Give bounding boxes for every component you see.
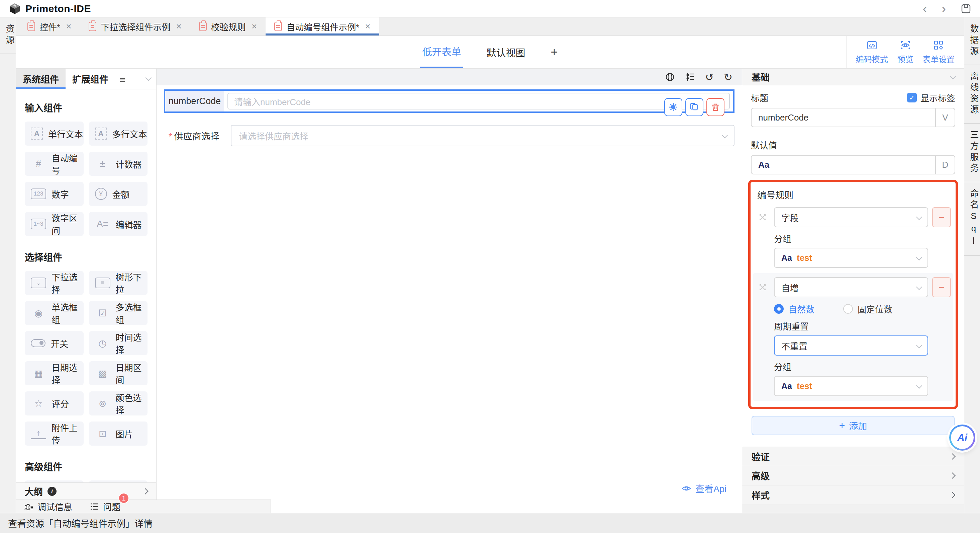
select-value: 不重置 <box>781 340 807 352</box>
rating-icon: ☆ <box>31 398 46 409</box>
tab-extended-components[interactable]: 扩展组件 <box>65 69 115 89</box>
default-suffix-button[interactable]: D <box>935 156 955 174</box>
issues-button[interactable]: 问题 1 <box>90 500 121 512</box>
component-label: 日期选择 <box>51 361 84 386</box>
section-advanced[interactable]: 高级 <box>742 466 964 485</box>
add-view-button[interactable]: + <box>549 36 560 68</box>
file-tab-controls[interactable]: 控件* × <box>19 18 80 35</box>
outline-list-icon[interactable] <box>685 72 695 82</box>
preview-button[interactable]: 预览 <box>897 40 913 65</box>
add-rule-button[interactable]: + 添加 <box>752 416 955 435</box>
drag-handle-icon[interactable] <box>755 213 770 222</box>
rule-type-select-increment[interactable]: 自增 <box>774 277 928 297</box>
view-api-link[interactable]: 查看Api <box>681 482 727 495</box>
component-item-image[interactable]: ⊡ 图片 <box>89 421 148 445</box>
nav-back-icon[interactable]: ‹ <box>923 2 927 15</box>
file-tab-autonumber-example[interactable]: 自动编号组件示例* × <box>266 18 379 35</box>
outline-label: 大纲 <box>25 485 43 498</box>
ai-assistant-button[interactable]: Ai <box>949 424 975 451</box>
file-tab-dropdown-example[interactable]: 下拉选择组件示例 × <box>80 18 190 35</box>
title-suffix-button[interactable]: V <box>935 109 955 126</box>
show-label-toggle[interactable]: ✓ 显示标签 <box>907 91 955 104</box>
bug-icon <box>24 502 33 511</box>
group-select[interactable]: Aa test <box>774 248 928 268</box>
panel-list-icon[interactable]: ≣ <box>119 74 126 84</box>
field-supplier-select[interactable]: *供应商选择 请选择供应商选择 <box>164 125 735 146</box>
rule-type-select-field[interactable]: 字段 <box>774 207 928 227</box>
save-icon[interactable] <box>961 3 971 14</box>
debug-info-button[interactable]: 调试信息 <box>24 500 72 512</box>
field-delete-button[interactable] <box>706 98 724 116</box>
selected-field-numbercode[interactable]: numberCode 请输入numberCode <box>164 89 735 113</box>
field-copy-button[interactable] <box>685 98 703 116</box>
view-tabs: 低开表单 默认视图 + <box>420 36 560 68</box>
supplier-select[interactable]: 请选择供应商选择 <box>231 125 735 146</box>
section-style[interactable]: 样式 <box>742 485 964 505</box>
file-tab-label: 控件* <box>40 21 60 33</box>
close-icon[interactable]: × <box>176 21 181 32</box>
checkbox-checked-icon[interactable]: ✓ <box>907 93 917 102</box>
remove-rule-button[interactable]: − <box>932 277 951 297</box>
globe-icon[interactable] <box>665 72 675 82</box>
component-item-radio-group[interactable]: ◉ 单选框组 <box>25 301 84 325</box>
component-item-editor[interactable]: A≡ 编辑器 <box>89 212 148 236</box>
component-item-auto-number[interactable]: # 自动编号 <box>25 152 84 176</box>
component-item-single-text[interactable]: A 单行文本 <box>25 121 84 146</box>
component-item-number[interactable]: 123 数字 <box>25 182 84 206</box>
rail-item-datasource[interactable]: 数据源 <box>964 18 980 65</box>
chevron-right-icon[interactable] <box>142 488 148 494</box>
rail-item-named-sql[interactable]: 命名Sql <box>964 182 980 256</box>
cycle-reset-select[interactable]: 不重置 <box>774 335 928 356</box>
rail-item-third-party-services[interactable]: 三方服务 <box>964 123 980 182</box>
redo-icon[interactable]: ↻ <box>724 72 732 82</box>
close-icon[interactable]: × <box>66 21 71 32</box>
code-icon <box>867 40 877 51</box>
section-validation[interactable]: 验证 <box>742 447 964 466</box>
component-item-dropdown[interactable]: ⌄ 下拉选择 <box>25 271 84 295</box>
component-item-date-picker[interactable]: ▦ 日期选择 <box>25 361 84 385</box>
nav-forward-icon[interactable]: › <box>942 2 946 15</box>
component-item-multi-text[interactable]: A 多行文本 <box>89 121 148 146</box>
component-item-amount[interactable]: ¥ 金额 <box>89 182 148 206</box>
tab-system-components[interactable]: 系统组件 <box>16 69 65 89</box>
component-item-checkbox-group[interactable]: ☑ 多选框组 <box>89 301 148 325</box>
component-label: 多行文本 <box>112 128 147 140</box>
radio-fixed-digits[interactable]: 固定位数 <box>843 303 892 315</box>
close-icon[interactable]: × <box>251 21 257 32</box>
close-icon[interactable]: × <box>365 21 370 32</box>
view-tab-default-view[interactable]: 默认视图 <box>484 36 527 68</box>
undo-icon[interactable]: ↺ <box>705 72 714 82</box>
component-label: 开关 <box>51 337 68 349</box>
component-item-attachment-upload[interactable]: ↑ 附件上传 <box>25 421 84 445</box>
section-basic-header[interactable]: 基础 <box>742 69 964 85</box>
left-rail-resources[interactable]: 资源 <box>0 18 16 54</box>
drag-handle-icon[interactable] <box>755 283 770 292</box>
panel-collapse-chevron-icon[interactable] <box>145 75 151 81</box>
rail-item-offline-resources[interactable]: 离线资源 <box>964 65 980 123</box>
code-mode-button[interactable]: 编码模式 <box>856 40 888 65</box>
inspector-filler <box>742 505 964 513</box>
component-item-date-range[interactable]: ▩ 日期区间 <box>89 361 148 385</box>
group-select[interactable]: Aa test <box>774 376 928 396</box>
radio-natural-number[interactable]: 自然数 <box>774 303 815 315</box>
component-item-tree-dropdown[interactable]: ≡ 树形下拉 <box>89 271 148 295</box>
preview-eye-icon <box>900 40 911 51</box>
outline-bar[interactable]: 大纲 i <box>16 482 156 499</box>
component-item-color-picker[interactable]: ⊚ 颜色选择 <box>89 391 148 415</box>
view-tab-lowcode-form[interactable]: 低开表单 <box>420 36 463 68</box>
component-item-switch[interactable]: 开关 <box>25 331 84 355</box>
component-item-number-range[interactable]: 1~3 数字区间 <box>25 212 84 236</box>
numbercode-input[interactable]: 请输入numberCode <box>228 93 730 110</box>
rule-row-field: 字段 − <box>755 207 951 227</box>
title-input[interactable]: numberCode <box>752 109 935 126</box>
component-item-time-picker[interactable]: ◷ 时间选择 <box>89 331 148 355</box>
date-picker-icon: ▦ <box>31 368 46 379</box>
field-settings-button[interactable] <box>664 98 682 116</box>
remove-rule-button[interactable]: − <box>932 207 951 227</box>
component-item-rating[interactable]: ☆ 评分 <box>25 391 84 415</box>
form-settings-button[interactable]: 表单设置 <box>923 40 955 65</box>
component-label: 编辑器 <box>116 218 142 230</box>
file-tab-validation-rules[interactable]: 校验规则 × <box>190 18 266 35</box>
default-value-input[interactable]: Aa <box>752 156 935 174</box>
component-item-counter[interactable]: ± 计数器 <box>89 152 148 176</box>
